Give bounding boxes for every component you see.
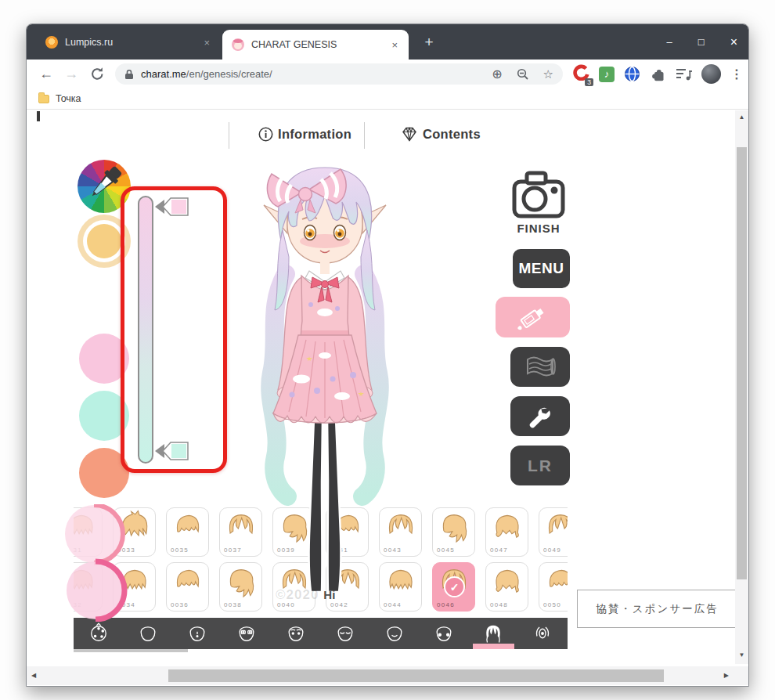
tab-close-icon[interactable]: ×	[202, 36, 211, 49]
scroll-up-arrow[interactable]: ▲	[735, 114, 748, 121]
horizontal-scrollbar[interactable]: ◀ ▶	[27, 666, 735, 685]
hair-option-number: 0047	[490, 547, 508, 554]
hair-thumbnail	[117, 565, 152, 599]
zoom-out-icon[interactable]	[517, 68, 529, 81]
music-extension-icon[interactable]: ♪	[599, 67, 615, 82]
header-divider	[229, 122, 229, 149]
color-icon	[87, 622, 110, 645]
hair-option-0049[interactable]: 0049	[539, 507, 568, 557]
scroll-down-arrow[interactable]: ▼	[735, 651, 748, 659]
lumpics-favicon	[45, 36, 58, 49]
ear-icon	[531, 622, 554, 645]
playlist-icon[interactable]	[676, 67, 692, 81]
hair-option-0031[interactable]: 0031	[74, 507, 103, 557]
extensions-puzzle-icon[interactable]	[650, 66, 666, 82]
hair-option-number: 0037	[224, 547, 242, 554]
url-host: charat.me	[141, 68, 186, 80]
hair-thumbnail	[543, 510, 568, 544]
hair-thumbnail	[117, 510, 152, 544]
info-icon	[258, 127, 273, 142]
slider-handle-top[interactable]	[152, 193, 189, 221]
vertical-scrollbar-thumb[interactable]	[737, 147, 747, 579]
hair-option-0043[interactable]: 0043	[379, 507, 422, 557]
scroll-left-arrow[interactable]: ◀	[31, 672, 36, 679]
category-hair-selected[interactable]	[469, 618, 518, 649]
hair-option-0037[interactable]: 0037	[219, 507, 262, 557]
eyebrows-icon	[284, 622, 308, 645]
kebab-menu-icon[interactable]: ⋮	[730, 67, 743, 81]
lr-flip-button[interactable]: LR	[510, 446, 570, 485]
hair-option-0039[interactable]: 0039	[272, 507, 315, 557]
gem-icon	[401, 127, 418, 142]
category-contour[interactable]	[123, 618, 172, 649]
hair-option-0038[interactable]: 0038	[219, 562, 262, 612]
horizontal-scrollbar-thumb[interactable]	[168, 669, 664, 682]
hair-option-0035[interactable]: 0035	[166, 507, 209, 557]
swatch-salmon[interactable]	[79, 448, 129, 498]
window-controls: – □ ×	[667, 24, 737, 60]
hair-thumbnail	[543, 565, 568, 599]
close-button[interactable]: ×	[730, 35, 737, 49]
hair-option-0033[interactable]: 0033	[113, 507, 156, 557]
contents-link[interactable]: Contents	[401, 127, 481, 142]
hair-option-0046[interactable]: 0046✓	[432, 562, 475, 612]
hair-option-0034[interactable]: 0034	[113, 562, 156, 612]
settings-tool-button[interactable]	[510, 396, 570, 436]
color-gradient-slider[interactable]	[138, 196, 153, 464]
reload-icon[interactable]	[90, 67, 105, 81]
profile-avatar[interactable]	[701, 64, 721, 84]
maximize-button[interactable]: □	[698, 36, 705, 48]
category-ear[interactable]	[518, 618, 568, 649]
category-eyes[interactable]	[222, 618, 271, 649]
bookmark-folder-icon	[38, 95, 49, 103]
category-color[interactable]	[74, 618, 123, 649]
background-tool-button[interactable]	[510, 347, 570, 387]
swatch-mint[interactable]	[79, 391, 129, 441]
hair-option-0036[interactable]: 0036	[166, 562, 209, 612]
category-cheek[interactable]	[420, 618, 469, 649]
information-label: Information	[278, 127, 351, 142]
hair-option-0044[interactable]: 0044	[379, 562, 422, 612]
address-bar[interactable]: charat.me/en/genesis/create/ ⊕ ☆	[115, 63, 563, 85]
category-eyebrows[interactable]	[271, 618, 320, 649]
bookmark-star-icon[interactable]: ☆	[543, 67, 553, 81]
information-link[interactable]: Information	[258, 127, 351, 142]
hair-option-0050[interactable]: 0050	[539, 562, 568, 612]
category-mouth[interactable]	[370, 618, 420, 649]
swatch-yellow[interactable]	[87, 224, 121, 258]
hair-thumbnail	[384, 510, 418, 544]
finish-camera-icon[interactable]	[510, 166, 567, 219]
hair-option-0045[interactable]: 0045	[432, 507, 475, 557]
back-button[interactable]: ←	[39, 67, 53, 81]
scroll-right-arrow[interactable]: ▶	[724, 672, 729, 679]
paint-tool-button-selected[interactable]	[496, 297, 570, 337]
new-tab-button[interactable]: +	[420, 34, 438, 52]
zoom-in-icon[interactable]: ⊕	[492, 67, 502, 81]
bookmark-label[interactable]: Точка	[56, 93, 81, 104]
hair-option-0041[interactable]: 0041	[326, 507, 369, 557]
hair-option-number: 0031	[74, 547, 82, 554]
category-eyelashes[interactable]	[320, 618, 369, 649]
paint-tube-icon	[515, 302, 551, 332]
hair-option-0032[interactable]: 0032	[74, 562, 103, 612]
tab-close-icon[interactable]: ×	[390, 38, 399, 52]
hair-option-number: 0049	[543, 547, 561, 554]
forward-button[interactable]: →	[64, 67, 78, 81]
wrench-icon	[524, 401, 556, 432]
hair-option-0048[interactable]: 0048	[485, 562, 528, 612]
minimize-button[interactable]: –	[667, 36, 672, 48]
red-extension-icon[interactable]: 3	[573, 64, 589, 84]
extensions-row: 3 ♪	[573, 64, 743, 84]
vertical-scrollbar[interactable]: ▲ ▼	[735, 110, 748, 664]
menu-button[interactable]: MENU	[513, 249, 570, 288]
tab-charat-genesis[interactable]: CHARAT GENESIS ×	[222, 30, 409, 60]
face-icon	[186, 622, 209, 645]
slider-handle-bottom[interactable]	[152, 437, 189, 465]
hair-option-0047[interactable]: 0047	[485, 507, 528, 557]
tab-lumpics[interactable]: Lumpics.ru ×	[38, 31, 219, 54]
category-face[interactable]	[172, 618, 222, 649]
finish-label[interactable]: FINISH	[510, 222, 567, 235]
swatch-pink[interactable]	[79, 334, 129, 384]
mouth-icon	[383, 622, 406, 645]
globe-extension-icon[interactable]	[624, 66, 640, 82]
